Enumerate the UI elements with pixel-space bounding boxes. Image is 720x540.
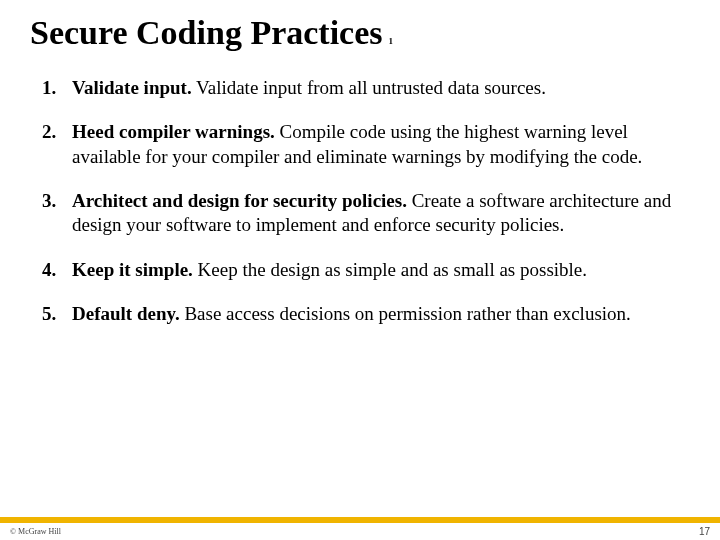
list-item: Validate input. Validate input from all …: [36, 76, 690, 100]
item-lead: Heed compiler warnings.: [72, 121, 275, 142]
page-title: Secure Coding Practices: [30, 14, 383, 52]
item-body: Base access decisions on permission rath…: [180, 303, 631, 324]
practice-list: Validate input. Validate input from all …: [30, 76, 690, 326]
item-lead: Default deny.: [72, 303, 180, 324]
item-body: Validate input from all untrusted data s…: [192, 77, 546, 98]
title-block: Secure Coding Practices 1: [30, 14, 690, 52]
title-suffix: 1: [389, 36, 394, 46]
list-item: Keep it simple. Keep the design as simpl…: [36, 258, 690, 282]
list-item: Default deny. Base access decisions on p…: [36, 302, 690, 326]
footer: © McGraw Hill 17: [0, 517, 720, 540]
list-item: Architect and design for security polici…: [36, 189, 690, 238]
item-lead: Keep it simple.: [72, 259, 193, 280]
item-lead: Architect and design for security polici…: [72, 190, 407, 211]
item-lead: Validate input.: [72, 77, 192, 98]
item-body: Keep the design as simple and as small a…: [193, 259, 587, 280]
slide: Secure Coding Practices 1 Validate input…: [0, 0, 720, 540]
page-number: 17: [699, 526, 710, 537]
footer-text-row: © McGraw Hill 17: [0, 523, 720, 540]
list-item: Heed compiler warnings. Compile code usi…: [36, 120, 690, 169]
copyright-text: © McGraw Hill: [10, 527, 61, 536]
